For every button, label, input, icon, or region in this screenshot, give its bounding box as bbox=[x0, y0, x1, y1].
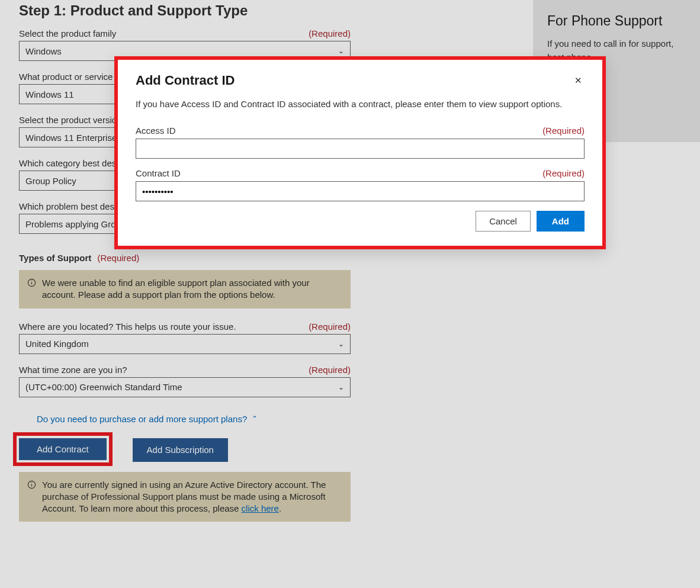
contract-id-label: Contract ID bbox=[136, 168, 181, 178]
access-id-label: Access ID bbox=[136, 126, 176, 136]
highlight-modal: Add Contract ID ✕ If you have Access ID … bbox=[114, 56, 606, 249]
field-contract-id: Contract ID (Required) bbox=[136, 168, 585, 201]
modal-description: If you have Access ID and Contract ID as… bbox=[136, 99, 585, 109]
modal-title: Add Contract ID bbox=[136, 73, 235, 88]
required-indicator: (Required) bbox=[542, 168, 585, 178]
access-id-input[interactable] bbox=[136, 139, 585, 159]
close-button[interactable]: ✕ bbox=[572, 73, 585, 88]
required-indicator: (Required) bbox=[542, 126, 585, 136]
add-contract-modal: Add Contract ID ✕ If you have Access ID … bbox=[118, 60, 602, 246]
add-button[interactable]: Add bbox=[537, 211, 585, 232]
modal-actions: Cancel Add bbox=[136, 211, 585, 232]
contract-id-input[interactable] bbox=[136, 181, 585, 201]
cancel-button[interactable]: Cancel bbox=[476, 211, 531, 232]
close-icon: ✕ bbox=[574, 75, 582, 85]
field-access-id: Access ID (Required) bbox=[136, 126, 585, 159]
